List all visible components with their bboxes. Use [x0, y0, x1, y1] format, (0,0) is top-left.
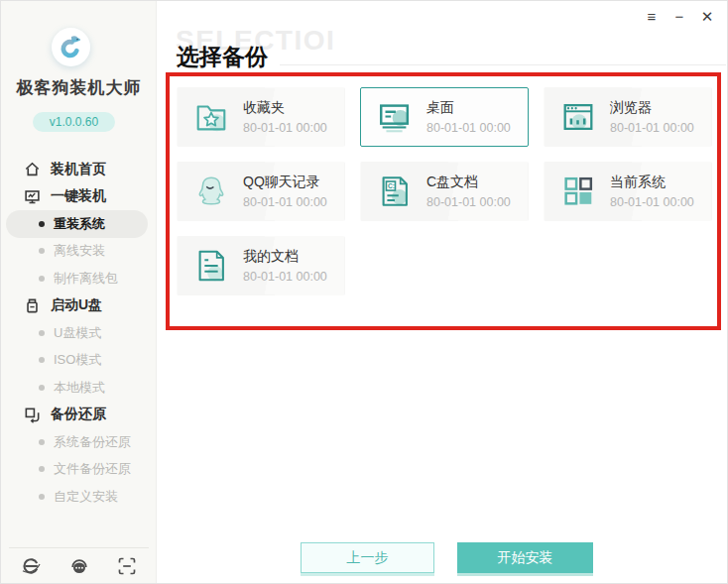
backup-card-qq-chat[interactable]: QQ聊天记录80-01-01 00:00 — [177, 162, 345, 221]
folder-star-icon — [192, 98, 230, 136]
sidebar-item-boot-usb[interactable]: 启动U盘 — [1, 292, 157, 320]
home-icon — [24, 161, 41, 177]
sidebar-item-home[interactable]: 装机首页 — [1, 156, 157, 183]
sidebar-item-custom-install[interactable]: 自定义安装 — [1, 483, 157, 511]
sidebar-item-backup-restore[interactable]: 备份还原 — [1, 402, 157, 429]
window-controls: ≡ − ✕ — [642, 7, 717, 27]
backup-card-current-system[interactable]: 当前系统80-01-01 00:00 — [544, 162, 712, 221]
sidebar-nav: 装机首页一键装机重装系统离线安装制作离线包启动U盘U盘模式ISO模式本地模式备份… — [1, 156, 157, 511]
close-icon[interactable]: ✕ — [697, 7, 717, 27]
version-badge: v1.0.0.60 — [33, 112, 115, 132]
app-window: ≡ − ✕ 极客狗装机大师 v1.0.0.60 装机首页一键装机重装系统离线安装… — [0, 0, 728, 584]
backup-card-title: 收藏夹 — [243, 99, 327, 117]
sidebar-item-iso-mode[interactable]: ISO模式 — [1, 347, 157, 375]
dog-g-logo-icon — [57, 33, 85, 61]
sidebar-item-label: U盘模式 — [54, 324, 101, 342]
app-name: 极客狗装机大师 — [1, 76, 157, 99]
svg-text:C:: C: — [388, 182, 395, 189]
backup-card-date: 80-01-01 00:00 — [610, 195, 694, 209]
sidebar-item-usb-mode[interactable]: U盘模式 — [1, 319, 157, 347]
start-install-button[interactable]: 开始安装 — [457, 542, 593, 573]
bullet-icon — [39, 466, 45, 472]
sidebar-item-label: 离线安装 — [54, 242, 105, 260]
sidebar-item-label: 备份还原 — [51, 406, 106, 423]
sidebar-item-make-offline-pack[interactable]: 制作离线包 — [1, 265, 157, 292]
page-title: 选择备份 — [177, 42, 268, 72]
backup-card-date: 80-01-01 00:00 — [243, 195, 327, 209]
bullet-icon — [39, 494, 45, 500]
backup-card-title: 桌面 — [426, 99, 511, 117]
bullet-icon — [39, 385, 45, 391]
sidebar-divider — [9, 547, 149, 548]
ie-browser-icon[interactable] — [21, 556, 41, 576]
backup-card-date: 80-01-01 00:00 — [243, 121, 327, 135]
sidebar-item-label: 自定义安装 — [54, 488, 118, 506]
backup-card-date: 80-01-01 00:00 — [610, 121, 694, 135]
sidebar-item-label: 制作离线包 — [54, 270, 118, 288]
sidebar-item-label: 系统备份还原 — [54, 433, 131, 451]
bullet-icon — [39, 248, 45, 254]
sidebar-item-label: 本地模式 — [54, 379, 105, 397]
backup-card-date: 80-01-01 00:00 — [426, 121, 511, 135]
restore-icon — [24, 407, 41, 423]
sidebar-item-offline-install[interactable]: 离线安装 — [1, 238, 157, 266]
sidebar-item-label: 文件备份还原 — [54, 460, 131, 478]
backup-card-title: QQ聊天记录 — [243, 174, 327, 191]
bullet-icon — [39, 276, 45, 282]
sidebar-item-file-backup-restore[interactable]: 文件备份还原 — [1, 456, 157, 484]
backup-card-title: C盘文档 — [426, 174, 511, 191]
sidebar-item-label: 重装系统 — [54, 215, 105, 233]
sidebar-item-label: ISO模式 — [54, 351, 101, 369]
headset-support-icon[interactable] — [69, 556, 89, 576]
sidebar-item-label: 启动U盘 — [51, 296, 102, 314]
app-logo — [52, 28, 90, 66]
title-underline — [280, 64, 726, 65]
backup-cards-grid: 收藏夹80-01-01 00:00桌面80-01-01 00:00浏览器80-0… — [177, 87, 712, 295]
sidebar-item-local-mode[interactable]: 本地模式 — [1, 374, 157, 402]
qr-scan-icon[interactable] — [117, 556, 137, 576]
sidebar-item-label: 一键装机 — [51, 187, 106, 205]
sidebar-item-reinstall-system[interactable]: 重装系统 — [6, 210, 148, 238]
sidebar-footer — [1, 556, 157, 576]
bullet-icon — [39, 221, 45, 227]
backup-card-title: 浏览器 — [610, 99, 694, 117]
backup-card-title: 当前系统 — [610, 174, 694, 191]
backup-card-c-drive-docs[interactable]: C:C盘文档80-01-01 00:00 — [360, 162, 529, 221]
backup-card-desktop[interactable]: 桌面80-01-01 00:00 — [360, 87, 529, 147]
minimize-icon[interactable]: − — [669, 7, 689, 27]
desktop-icon — [376, 98, 414, 136]
backup-card-my-documents[interactable]: 我的文档80-01-01 00:00 — [177, 236, 345, 295]
usb-icon — [24, 297, 41, 314]
mydoc-icon — [192, 247, 230, 285]
backup-card-date: 80-01-01 00:00 — [243, 270, 327, 284]
previous-step-button[interactable]: 上一步 — [301, 542, 434, 573]
backup-card-browser[interactable]: 浏览器80-01-01 00:00 — [544, 87, 712, 147]
system-icon — [559, 173, 597, 210]
bullet-icon — [39, 357, 45, 363]
bullet-icon — [39, 330, 45, 336]
cdrive-doc-icon: C: — [376, 173, 414, 210]
menu-icon[interactable]: ≡ — [642, 7, 662, 27]
qq-icon — [192, 173, 230, 210]
sidebar: 极客狗装机大师 v1.0.0.60 装机首页一键装机重装系统离线安装制作离线包启… — [1, 1, 157, 584]
backup-card-date: 80-01-01 00:00 — [426, 195, 511, 209]
backup-card-title: 我的文档 — [243, 248, 327, 266]
browser-icon — [559, 98, 597, 136]
sidebar-item-one-key-install[interactable]: 一键装机 — [1, 183, 157, 211]
bullet-icon — [39, 439, 45, 445]
sidebar-item-label: 装机首页 — [51, 161, 106, 178]
sidebar-item-system-backup-restore[interactable]: 系统备份还原 — [1, 428, 157, 456]
monitor-icon — [24, 188, 41, 205]
backup-card-favorites[interactable]: 收藏夹80-01-01 00:00 — [177, 87, 345, 147]
